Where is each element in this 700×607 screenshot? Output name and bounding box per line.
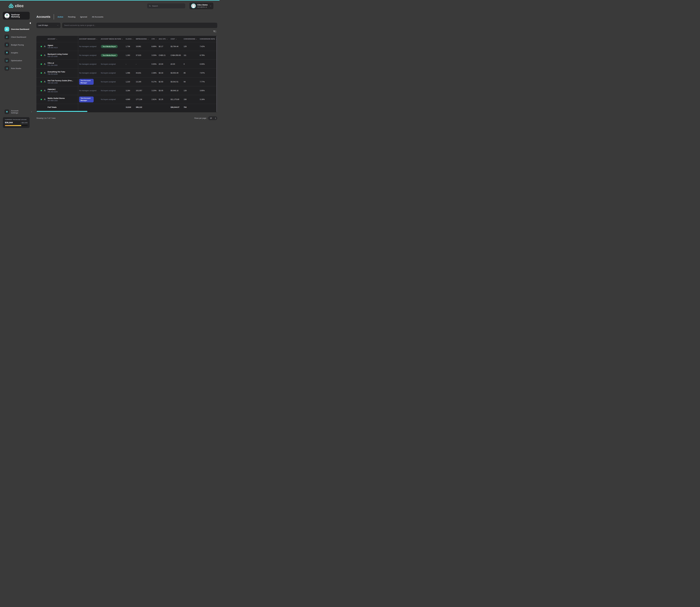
stepper-icon — [215, 118, 216, 119]
conversion-rate-cell: 7.42% — [199, 45, 217, 47]
sidebar-item-budget-pacing[interactable]: Budget Pacing — [0, 42, 33, 48]
column-header-account-media-buyers[interactable]: ACCOUNT MEDIA BUYERS▲ — [100, 38, 125, 40]
media-buyers-cell: Test Media Buyer — [100, 45, 125, 48]
no-buyers-text: No buyers assigned — [101, 72, 115, 74]
global-search — [147, 3, 185, 8]
table-row[interactable]: Everything Hot Tubz706-910-8035No manage… — [36, 68, 217, 77]
status-dot — [41, 81, 42, 83]
tab-pending[interactable]: Pending — [68, 16, 76, 18]
account-meta: Clicc.ai211-194-1899 — [48, 62, 58, 66]
accounts-search — [62, 23, 217, 28]
conversion-rate-cell: 3.16% — [199, 99, 217, 100]
cost-cell: £0.00 — [170, 63, 184, 65]
column-header-label: CLICKS — [126, 38, 132, 40]
cost-cell: $11,175.80 — [170, 99, 184, 100]
accounts-search-input[interactable] — [64, 24, 215, 26]
sidebar-item-rule-studio[interactable]: Rule Studio — [0, 66, 33, 71]
account-name: PMHOKC — [48, 88, 58, 91]
table-row[interactable]: Hot Tub Factory Outlet (Pen...346-536-10… — [36, 77, 217, 86]
table-row[interactable]: Wellis Outlet Stores307-858-1252Test Acc… — [36, 95, 217, 104]
chart-icon — [4, 58, 9, 63]
account-manager-cell: No managers assigned — [78, 63, 100, 65]
no-buyers-text: No buyers assigned — [101, 81, 115, 83]
workspace-switcher[interactable]: Spa SpaSurge Marketing — [3, 12, 30, 20]
google-ads-icon — [44, 89, 46, 91]
account-settings-item[interactable]: Account Settings — [0, 109, 33, 114]
account-manager-cell: No managers assigned — [78, 45, 100, 48]
avg-cpc-cell: $2.25 — [158, 99, 170, 100]
column-header-account-manager[interactable]: ACCOUNT MANAGER▲ — [78, 38, 100, 40]
table-row[interactable]: Agean136-805-4519No managers assignedTes… — [36, 42, 217, 51]
user-avatar — [191, 3, 196, 8]
column-header-avg-cpc[interactable]: AVG CPC▲ — [158, 38, 170, 40]
table-row[interactable]: PMHOKC395-400-6209No managers assignedNo… — [36, 86, 217, 95]
clicks-cell: 1,263 — [125, 54, 135, 56]
vertical-scrollbar[interactable] — [216, 36, 217, 112]
column-header-label: AVG CPC — [159, 38, 166, 40]
impressions-cell: - — [135, 63, 151, 65]
no-buyers-text: No buyers assigned — [101, 99, 115, 100]
column-header-ctr[interactable]: CTR▲ — [151, 38, 158, 40]
sidebar-item-label: Insights — [11, 52, 18, 54]
user-menu[interactable]: Clicc Demo demo@clicc.ai — [189, 2, 213, 9]
page-title: Accounts — [36, 15, 50, 19]
conversions-cell: 0 — [184, 63, 199, 65]
date-range-select[interactable]: Last 30 days — [36, 23, 61, 28]
package-limit-amount: / $50,000 — [21, 122, 27, 124]
dollar-icon — [4, 42, 9, 47]
horizontal-scrollbar[interactable] — [37, 111, 87, 112]
top-header: clicc Clicc Demo demo@clicc.ai — [0, 1, 219, 11]
sidebar-item-client-dashboard[interactable]: Client Dashboard — [0, 34, 33, 40]
chevron-down-icon — [210, 5, 212, 7]
conversion-rate-cell: 0.00% — [199, 63, 217, 65]
filter-funnel-icon[interactable] — [213, 30, 216, 33]
column-header-impressions[interactable]: IMPRESSIONS▲ — [135, 38, 151, 40]
account-meta: Everything Hot Tubz706-910-8035 — [48, 71, 65, 75]
avg-cpc-cell: $3.33 — [158, 72, 170, 74]
status-dot — [41, 46, 42, 47]
collapse-sidebar-arrow-icon[interactable] — [29, 22, 31, 24]
sidebar-item-label: Rule Studio — [11, 67, 21, 69]
status-dot — [41, 55, 42, 56]
account-name: Everything Hot Tubz — [48, 71, 65, 73]
sidebar-item-optimization[interactable]: Optimization — [0, 58, 33, 63]
conversions-cell: 156 — [184, 99, 199, 100]
impressions-cell: 19,991 — [135, 45, 151, 47]
conversions-cell: 94 — [184, 81, 199, 83]
rows-per-page-select[interactable]: 10 — [208, 116, 217, 120]
sort-asc-icon: ▲ — [96, 39, 97, 40]
clicks-cell: 1,066 — [125, 72, 135, 74]
sort-asc-icon: ▲ — [155, 39, 156, 40]
conversion-rate-cell: 3.95% — [199, 90, 217, 91]
table-row[interactable]: Backyard Living Center639-110-3268No man… — [36, 51, 217, 60]
sidebar-item-overview-dashboard[interactable]: Overview Dashboard — [0, 26, 33, 32]
rows-per-page-value: 10 — [210, 117, 215, 119]
chevron-down-icon — [57, 24, 59, 26]
column-header-conversion-rate[interactable]: CONVERSION RATE▲ — [199, 38, 217, 40]
tab-ignored[interactable]: Ignored — [80, 16, 87, 18]
column-header-account[interactable]: ACCOUNT▲ — [36, 38, 78, 40]
sidebar-item-label: Overview Dashboard — [11, 28, 29, 30]
table-row[interactable]: Clicc.ai211-194-1899No managers assigned… — [36, 60, 217, 68]
sidebar-item-insights[interactable]: Insights — [0, 50, 33, 56]
account-manager-badge: Test Account Manager — [79, 79, 94, 85]
package-usage-card: CURRENT PACKAGE USAGE $36,044 / $50,000 — [3, 117, 30, 128]
tab-all-accounts[interactable]: All Accounts — [92, 16, 103, 18]
media-buyers-cell: No buyers assigned — [100, 72, 125, 74]
column-header-clicks[interactable]: CLICKS▲ — [125, 38, 135, 40]
package-usage-title: CURRENT PACKAGE USAGE — [5, 119, 27, 120]
account-name: Clicc.ai — [48, 62, 58, 64]
package-progress-fill — [5, 125, 21, 126]
impressions-cell: 177,138 — [135, 99, 151, 100]
ctr-cell: 2.38% — [151, 72, 158, 74]
workspace-name: SpaSurge Marketing — [11, 14, 28, 18]
global-search-input[interactable] — [152, 5, 184, 7]
totals-label: Full Totals — [36, 106, 78, 108]
package-progress-track — [5, 125, 27, 126]
account-column-divider — [78, 36, 78, 112]
account-name: Agean — [48, 44, 58, 47]
tab-active[interactable]: Active — [58, 16, 63, 18]
column-header-cost[interactable]: COST▲ — [170, 38, 184, 40]
status-dot — [41, 99, 42, 100]
column-header-conversions[interactable]: CONVERSIONS▲ — [184, 38, 199, 40]
